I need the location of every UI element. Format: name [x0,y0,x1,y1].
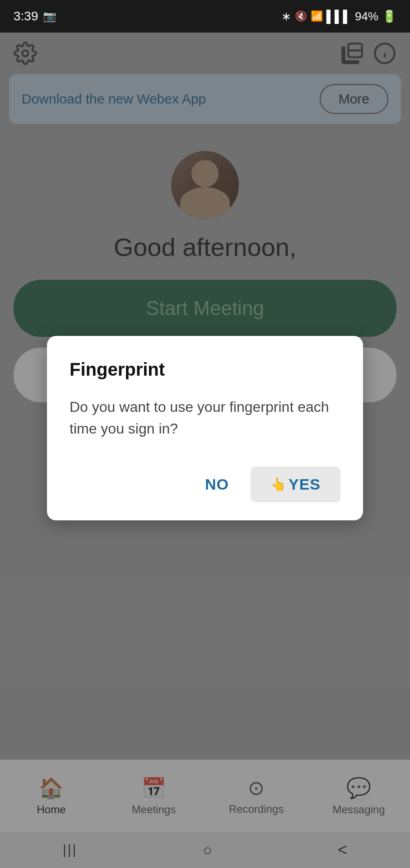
yes-label: YES [289,476,321,493]
dialog-message: Do you want to use your fingerprint each… [70,396,340,439]
cursor-icon: 👆 [270,477,287,492]
status-bar: 3:39 📷 ∗ 🔇 📶 ▌▌▌ 94% 🔋 [0,0,410,33]
video-icon: 📷 [43,10,56,23]
fingerprint-dialog: Fingerprint Do you want to use your fing… [47,336,363,520]
bluetooth-icon: ∗ [281,9,291,24]
dialog-yes-button[interactable]: 👆 YES [251,467,340,502]
status-right: ∗ 🔇 📶 ▌▌▌ 94% 🔋 [281,9,396,24]
battery-icon: 🔋 [382,9,396,24]
mute-icon: 🔇 [295,10,307,22]
dialog-no-button[interactable]: NO [192,468,242,500]
dialog-title: Fingerprint [70,359,340,380]
status-time: 3:39 [14,9,38,24]
dialog-buttons: NO 👆 YES [70,467,340,502]
app-area: Download the new Webex App More Good aft… [0,33,410,868]
battery-text: 94% [355,9,378,24]
signal-icon: ▌▌▌ [326,9,351,24]
status-left: 3:39 📷 [14,9,56,24]
wifi-icon: 📶 [311,10,323,22]
